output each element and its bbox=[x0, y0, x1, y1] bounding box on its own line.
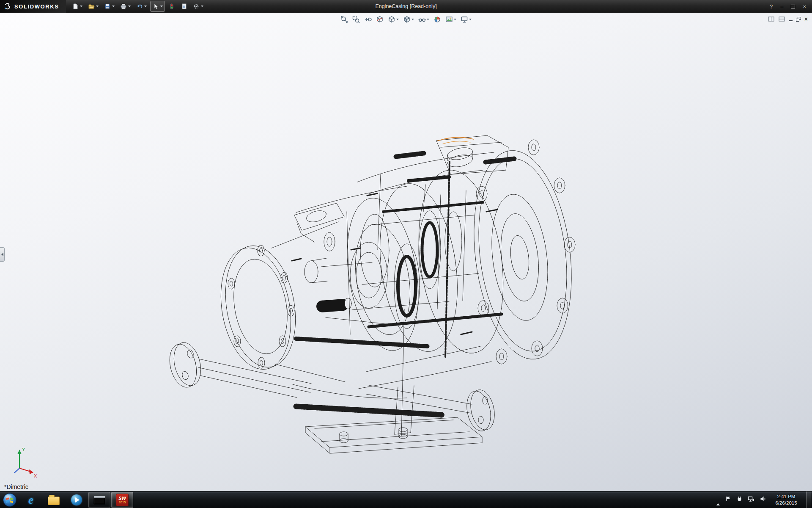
taskbar: e SW 2015 bbox=[0, 491, 812, 508]
pane-vertical-icon bbox=[768, 16, 775, 22]
zoom-to-area-button[interactable] bbox=[352, 15, 360, 24]
play-icon bbox=[75, 497, 80, 502]
select-cursor-icon bbox=[152, 3, 159, 10]
media-player-icon bbox=[71, 494, 82, 505]
taskbar-command-prompt[interactable] bbox=[88, 492, 110, 508]
chevron-left-icon bbox=[1, 253, 3, 256]
section-view-icon bbox=[376, 16, 384, 23]
undo-button[interactable] bbox=[134, 1, 148, 11]
taskbar-windows-explorer[interactable] bbox=[43, 492, 65, 508]
app-minimize-button[interactable]: – bbox=[780, 4, 783, 9]
dropdown-caret-icon bbox=[112, 6, 115, 7]
rebuild-button[interactable] bbox=[167, 1, 177, 11]
view-orientation-button[interactable] bbox=[387, 15, 399, 24]
save-icon bbox=[104, 3, 111, 10]
taskbar-media-player[interactable] bbox=[66, 492, 88, 508]
clock-date: 6/26/2015 bbox=[771, 500, 801, 506]
maximize-icon bbox=[791, 5, 795, 8]
help-button[interactable]: ? bbox=[770, 4, 773, 9]
network-button[interactable] bbox=[748, 496, 754, 504]
show-desktop-button[interactable] bbox=[806, 491, 811, 508]
solidworks-icon: SW 2015 bbox=[116, 494, 129, 506]
previous-view-button[interactable] bbox=[364, 15, 372, 24]
hidden-icons-button[interactable] bbox=[716, 496, 720, 504]
view-settings-button[interactable] bbox=[460, 15, 472, 24]
panel-flyout-tab[interactable] bbox=[0, 247, 5, 262]
new-document-icon bbox=[72, 3, 79, 10]
dropdown-caret-icon bbox=[96, 6, 99, 7]
select-button[interactable] bbox=[151, 1, 165, 11]
solidworks-brand: SOLIDWORKS bbox=[0, 0, 66, 13]
app-window-controls: ? – × bbox=[770, 4, 812, 9]
save-button[interactable] bbox=[102, 1, 116, 11]
chevron-up-icon bbox=[716, 496, 720, 505]
volume-icon bbox=[760, 496, 766, 502]
options-gear-icon bbox=[193, 3, 200, 10]
apply-scene-button[interactable] bbox=[445, 15, 457, 24]
graphics-area[interactable]: Y X bbox=[0, 13, 812, 491]
file-properties-icon bbox=[181, 3, 187, 10]
document-minimize-button[interactable] bbox=[789, 16, 793, 22]
app-titlebar: SOLIDWORKS bbox=[0, 0, 812, 13]
pane-vertical-split-button[interactable] bbox=[768, 16, 775, 22]
pane-horizontal-split-button[interactable] bbox=[778, 16, 785, 22]
start-button[interactable] bbox=[0, 491, 19, 508]
undo-icon bbox=[136, 3, 143, 10]
document-close-button[interactable]: × bbox=[804, 16, 808, 22]
folder-icon bbox=[48, 497, 60, 505]
reference-triad-icon bbox=[14, 450, 33, 474]
dropdown-caret-icon bbox=[144, 6, 147, 7]
power-plug-icon bbox=[736, 496, 743, 502]
taskbar-internet-explorer[interactable]: e bbox=[20, 492, 42, 508]
dropdown-caret-icon bbox=[201, 6, 203, 7]
zoom-to-fit-icon bbox=[340, 16, 348, 23]
document-title: EngineCasing [Read-only] bbox=[375, 3, 436, 9]
triad-y-label: Y bbox=[22, 447, 25, 452]
rebuild-traffic-light-icon bbox=[168, 3, 175, 10]
print-icon bbox=[120, 3, 127, 10]
pane-horizontal-icon bbox=[778, 16, 785, 22]
open-button[interactable] bbox=[86, 1, 100, 11]
app-close-button[interactable]: × bbox=[803, 4, 806, 9]
minimize-icon bbox=[789, 17, 793, 21]
heads-up-view-toolbar bbox=[340, 15, 472, 24]
dropdown-caret-icon bbox=[454, 19, 456, 20]
volume-button[interactable] bbox=[760, 496, 766, 504]
section-view-button[interactable] bbox=[376, 15, 384, 24]
app-maximize-button[interactable] bbox=[791, 5, 795, 8]
hide-show-items-button[interactable] bbox=[418, 15, 430, 24]
standard-toolbar bbox=[66, 1, 205, 11]
solidworks-year: 2015 bbox=[119, 501, 126, 504]
dropdown-caret-icon bbox=[80, 6, 82, 7]
action-center-button[interactable] bbox=[725, 496, 731, 504]
wireframe-model: Y X bbox=[0, 13, 812, 491]
display-style-button[interactable] bbox=[403, 15, 414, 24]
restore-icon bbox=[796, 17, 801, 22]
edit-appearance-ball-icon bbox=[433, 16, 441, 23]
print-button[interactable] bbox=[118, 1, 132, 11]
power-button[interactable] bbox=[736, 496, 743, 504]
dropdown-caret-icon bbox=[396, 19, 399, 20]
document-restore-button[interactable] bbox=[796, 16, 801, 22]
document-window-controls: × bbox=[768, 16, 808, 22]
options-button[interactable] bbox=[191, 1, 205, 11]
edit-appearance-button[interactable] bbox=[433, 15, 442, 24]
command-prompt-icon bbox=[94, 496, 105, 504]
open-folder-icon bbox=[88, 3, 95, 10]
network-icon bbox=[748, 496, 754, 502]
triad-x-label: X bbox=[34, 473, 37, 478]
apply-scene-icon bbox=[445, 16, 453, 23]
zoom-to-area-icon bbox=[352, 16, 360, 23]
taskbar-clock[interactable]: 2:41 PM 6/26/2015 bbox=[771, 494, 801, 506]
dassault-3ds-logo-icon bbox=[3, 2, 12, 11]
action-center-flag-icon bbox=[725, 496, 731, 502]
file-properties-button[interactable] bbox=[179, 1, 189, 11]
brand-name: SOLIDWORKS bbox=[14, 3, 59, 10]
clock-time: 2:41 PM bbox=[771, 494, 801, 500]
windows-start-orb-icon bbox=[3, 493, 17, 507]
zoom-to-fit-button[interactable] bbox=[340, 15, 348, 24]
display-style-icon bbox=[403, 16, 411, 23]
desktop: SOLIDWORKS bbox=[0, 0, 812, 508]
taskbar-solidworks[interactable]: SW 2015 bbox=[111, 492, 133, 508]
new-document-button[interactable] bbox=[70, 1, 84, 11]
